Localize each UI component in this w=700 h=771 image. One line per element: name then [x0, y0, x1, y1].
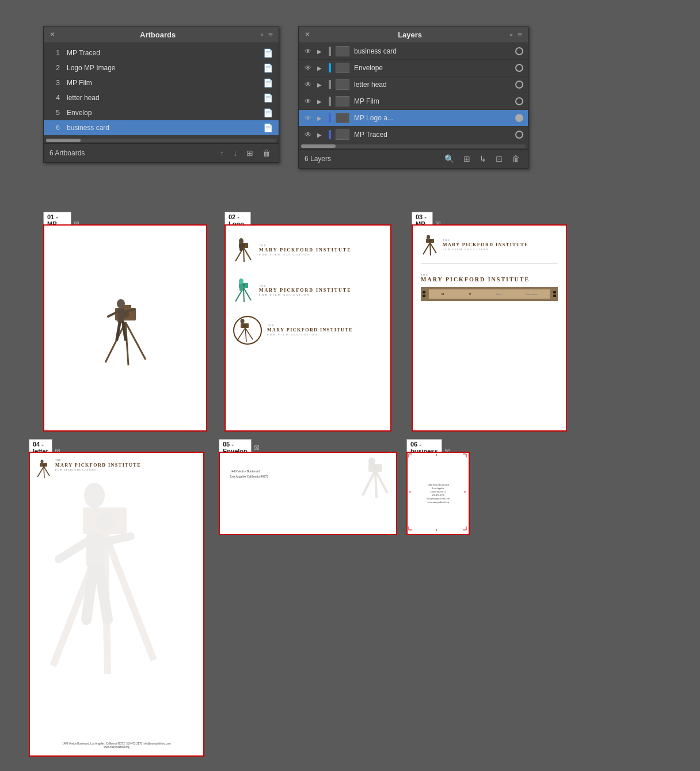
layer-thumbnail: img	[336, 129, 349, 140]
layer-target-icon[interactable]	[515, 114, 523, 122]
layer-target-icon[interactable]	[515, 97, 523, 105]
artboard-item-4[interactable]: 4 letter head 📄	[44, 90, 279, 105]
layers-dup-button[interactable]: ⊡	[493, 153, 505, 165]
logo-variant-3: THE MARY PICKFORD INSTITUTE FOR FILM EDU…	[233, 315, 353, 345]
svg-line-52	[59, 542, 86, 559]
artboards-close-button[interactable]: ✕	[50, 30, 55, 39]
layer-color-indicator	[329, 113, 331, 123]
layers-scrollbar[interactable]	[301, 144, 526, 148]
layer-expand-arrow[interactable]: ▶	[317, 132, 324, 138]
layer-color-indicator	[329, 80, 331, 89]
layer-name: MP Logo a...	[354, 114, 511, 122]
layer-visibility-icon[interactable]: 👁	[303, 114, 313, 122]
artboard-page-icon: 📄	[263, 123, 273, 132]
logo-text-2: THE MARY PICKFORD INSTITUTE FOR FILM EDU…	[259, 284, 352, 297]
layer-target-icon[interactable]	[515, 131, 523, 139]
artboard-num: 3	[50, 79, 60, 87]
artboards-delete-button[interactable]: 🗑	[260, 147, 273, 159]
artboard-num: 2	[50, 64, 60, 72]
svg-line-53	[104, 536, 131, 542]
panel-right-controls: « ≡	[260, 30, 273, 39]
layer-item-2[interactable]: 👁 ▶ img letter head	[299, 77, 528, 93]
layers-footer: 6 Layers 🔍 ⊞ ↳ ⊡ 🗑	[299, 149, 528, 168]
artboards-new-button[interactable]: ⊞	[244, 147, 256, 159]
artboard-canvas-05: 1400 Venice Boulevard Los Angeles Califo…	[219, 452, 397, 535]
layer-visibility-icon[interactable]: 👁	[303, 81, 313, 89]
artboards-move-up-button[interactable]: ↑	[218, 147, 226, 159]
mp-film-content: THE MARY PICKFORD INSTITUTE FOR FILM EDU…	[413, 226, 566, 311]
canvas-close-button[interactable]: ⊠	[254, 444, 260, 452]
artboard-item-1[interactable]: 1 MP Traced 📄	[44, 45, 279, 60]
svg-point-49	[96, 512, 114, 530]
layer-item-5[interactable]: 👁 ▶ img MP Traced	[299, 127, 528, 143]
artboards-collapse-button[interactable]: «	[260, 32, 264, 38]
logo-variant-2: THE MARY PICKFORD INSTITUTE FOR FILM EDU…	[233, 277, 352, 304]
layer-color-indicator	[329, 63, 331, 72]
letterhead-content: THE MARY PICKFORD INSTITUTE FOR FILM EDU…	[30, 453, 203, 755]
svg-rect-7	[117, 308, 124, 323]
artboard-name: MP Traced	[67, 49, 256, 57]
svg-point-44	[41, 460, 44, 463]
envelope-address: 1400 Venice Boulevard Los Angeles Califo…	[230, 469, 268, 479]
layer-expand-arrow[interactable]: ▶	[317, 115, 324, 121]
layer-visibility-icon[interactable]: 👁	[303, 64, 313, 72]
layers-search-button[interactable]: 🔍	[442, 153, 456, 165]
artboard-item-5[interactable]: 5 Envelop 📄	[44, 105, 279, 120]
artboard-num: 5	[50, 109, 60, 117]
svg-line-33	[423, 243, 430, 254]
svg-rect-25	[239, 284, 243, 291]
layer-name: MP Traced	[354, 131, 511, 139]
layer-expand-arrow[interactable]: ▶	[317, 48, 324, 55]
layer-item-3[interactable]: 👁 ▶ img MP Film	[299, 93, 528, 110]
artboard-item-2[interactable]: 2 Logo MP Image 📄	[44, 60, 279, 75]
layer-item-1[interactable]: 👁 ▶ img Envelope	[299, 60, 528, 77]
layers-menu-button[interactable]: ≡	[518, 30, 522, 39]
layer-item-4[interactable]: 👁 ▶ img MP Logo a...	[299, 110, 528, 127]
layer-visibility-icon[interactable]: 👁	[303, 47, 313, 55]
layer-expand-arrow[interactable]: ▶	[317, 82, 324, 88]
svg-line-10	[117, 323, 120, 339]
layer-color-indicator	[329, 47, 331, 56]
layer-visibility-icon[interactable]: 👁	[303, 131, 313, 139]
artboards-move-down-button[interactable]: ↓	[231, 147, 239, 159]
artboard-name: MP Film	[67, 79, 256, 87]
artboards-panel-header: ✕ Artboards « ≡	[44, 26, 279, 43]
artboard-canvas-01	[43, 224, 207, 432]
svg-line-2	[125, 322, 146, 360]
layer-expand-arrow[interactable]: ▶	[317, 65, 324, 71]
layer-target-icon[interactable]	[515, 64, 523, 72]
envelope-content: 1400 Venice Boulevard Los Angeles Califo…	[220, 453, 396, 534]
layers-new-button[interactable]: ⊞	[461, 153, 473, 165]
svg-line-21	[244, 288, 251, 300]
layers-right-controls: « ≡	[509, 30, 522, 39]
mp-traced-figure	[91, 288, 160, 368]
layers-close-button[interactable]: ✕	[305, 30, 310, 39]
svg-point-43	[43, 464, 45, 466]
layer-expand-arrow[interactable]: ▶	[317, 98, 324, 105]
layers-delete-button[interactable]: 🗑	[509, 153, 522, 165]
artboards-scrollbar[interactable]	[46, 139, 276, 142]
layer-target-icon[interactable]	[515, 47, 523, 55]
letterhead-logo-text: THE MARY PICKFORD INSTITUTE FOR FILM EDU…	[55, 459, 141, 472]
logo-figure-2	[233, 277, 254, 304]
logo-figure-1	[233, 237, 254, 264]
svg-line-41	[44, 467, 50, 476]
artboard-canvas-03: THE MARY PICKFORD INSTITUTE FOR FILM EDU…	[412, 224, 567, 432]
artboard-item-3[interactable]: 3 MP Film 📄	[44, 75, 279, 90]
layers-move-button[interactable]: ↳	[477, 153, 489, 165]
artboard-name: business card	[67, 124, 256, 132]
layer-target-icon[interactable]	[515, 81, 523, 89]
artboard-page-icon: 📄	[263, 93, 273, 102]
artboard-num: 4	[50, 94, 60, 102]
svg-line-13	[244, 247, 244, 262]
artboards-title: Artboards	[140, 30, 176, 39]
artboard-item-6[interactable]: 6 business card 📄	[44, 120, 279, 135]
layer-visibility-icon[interactable]: 👁	[303, 97, 313, 105]
svg-point-60	[372, 465, 378, 471]
layer-item-0[interactable]: 👁 ▶ img business card	[299, 43, 528, 60]
artboards-menu-button[interactable]: ≡	[268, 30, 273, 39]
layers-collapse-button[interactable]: «	[509, 32, 513, 38]
svg-point-32	[241, 319, 245, 323]
artboards-count: 6 Artboards	[50, 149, 213, 157]
bizcard-info: 1400 Venice Boulevard Los Angeles Califo…	[412, 462, 464, 525]
